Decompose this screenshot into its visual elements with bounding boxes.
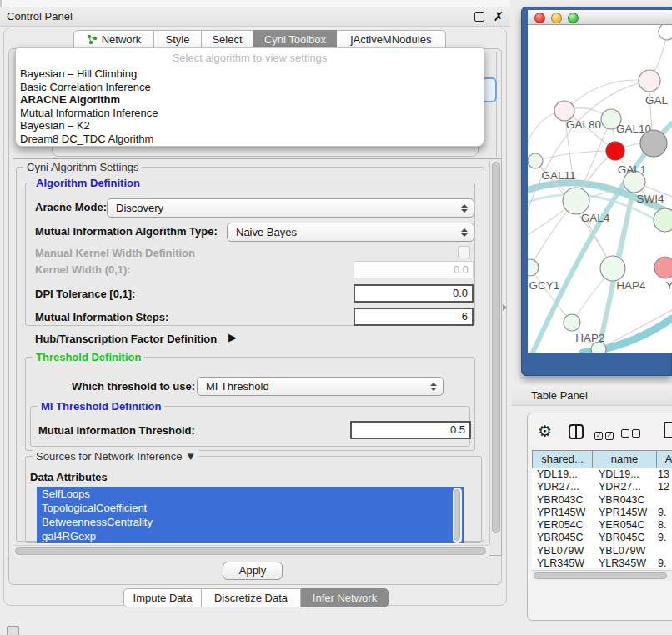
hidden-border-fragment <box>496 52 497 157</box>
columns-icon[interactable] <box>569 424 584 439</box>
tab-select[interactable]: Select <box>202 30 253 49</box>
tab-discretize-data[interactable]: Discretize Data <box>202 588 301 608</box>
network-node[interactable] <box>528 153 543 168</box>
stepper-icon <box>461 204 469 212</box>
network-edge[interactable] <box>533 123 672 352</box>
horizontal-scrollbar[interactable] <box>13 545 489 556</box>
table-row[interactable]: YLR345WYLR345W9. <box>532 558 672 568</box>
table-horizontal-scrollbar[interactable] <box>532 570 672 581</box>
tab-label: jActiveMNodules <box>351 33 432 46</box>
tab-label: Discretize Data <box>214 592 288 604</box>
table-row[interactable]: YPR145WYPR145W9. <box>532 507 672 519</box>
network-node[interactable] <box>606 142 624 160</box>
combo-value: MI Threshold <box>206 380 269 392</box>
network-edge[interactable] <box>535 151 615 161</box>
group-title: Threshold Definition <box>33 351 144 363</box>
table-row[interactable]: YBR045CYBR045C9. <box>532 532 672 544</box>
tab-cyni-toolbox[interactable]: Cyni Toolbox <box>253 30 337 49</box>
dropdown-item[interactable]: Bayesian – Hill Climbing <box>16 68 484 81</box>
hub-section-label: Hub/Transcription Factor Definition <box>35 332 217 345</box>
network-node[interactable] <box>591 342 606 352</box>
data-attributes-list[interactable]: SelfLoops TopologicalCoefficient Between… <box>37 487 464 544</box>
docked-panel-icon[interactable] <box>7 626 19 635</box>
column-header[interactable]: name <box>592 450 656 468</box>
close-panel-icon[interactable]: ✗ <box>491 7 506 27</box>
aracne-mode-combo[interactable]: Discovery <box>107 198 474 218</box>
network-window-titlebar[interactable] <box>528 10 672 25</box>
close-window-icon[interactable] <box>534 12 545 23</box>
network-node[interactable] <box>654 208 672 232</box>
horizontal-scrollbar-thumb[interactable] <box>15 548 486 555</box>
tab-impute-data[interactable]: Impute Data <box>123 588 202 608</box>
vertical-scrollbar[interactable] <box>489 159 501 545</box>
minimize-window-icon[interactable] <box>551 12 562 23</box>
network-node[interactable] <box>564 314 580 331</box>
kernel-width-label: Kernel Width (0,1): <box>35 263 131 276</box>
dropdown-item[interactable]: Basic Correlation Inference <box>16 81 484 94</box>
column-header[interactable]: shared... <box>532 450 592 468</box>
tab-style[interactable]: Style <box>154 30 202 49</box>
dropdown-item[interactable]: Dream8 DC_TDC Algorithm <box>16 132 484 146</box>
deselect-all-columns-icon[interactable] <box>621 428 640 440</box>
select-all-columns-icon[interactable]: ✓✓ <box>594 428 614 440</box>
mi-threshold-field[interactable]: 0.5 <box>350 421 471 439</box>
node-label: GAL1 <box>618 163 647 176</box>
combo-value: Naive Bayes <box>236 226 297 238</box>
expand-arrow-icon[interactable]: ▶ <box>228 331 237 343</box>
network-node[interactable] <box>528 259 539 276</box>
network-canvas[interactable]: GALGAL80GAL10GAL1GAL11SWI4GAL4GCY1HAP4YH… <box>528 25 672 352</box>
network-edge[interactable] <box>564 80 649 111</box>
table-row[interactable]: YDL19...YDL19...13 <box>532 468 672 481</box>
table-row[interactable]: YDR27...YDR27...12 <box>532 481 672 493</box>
gear-icon[interactable]: ⚙ <box>538 422 552 441</box>
field-value: 0.0 <box>454 263 469 276</box>
apply-button[interactable]: Apply <box>223 562 283 580</box>
table-row[interactable]: YBR043CYBR043C <box>532 494 672 507</box>
mi-steps-label: Mutual Information Steps: <box>35 311 168 323</box>
network-node[interactable] <box>639 70 660 92</box>
network-node[interactable] <box>659 25 672 40</box>
field-value: 0.5 <box>450 423 465 436</box>
collapse-arrow-icon[interactable]: ▼ <box>185 450 196 462</box>
tab-network[interactable]: Network <box>73 30 154 49</box>
algorithm-dropdown: Select algorithm to view settings Bayesi… <box>15 48 484 147</box>
network-node[interactable] <box>563 188 589 214</box>
node-label: SWI4 <box>636 192 664 205</box>
network-node[interactable] <box>640 130 667 157</box>
aracne-mode-label: Aracne Mode: <box>35 201 107 213</box>
dpi-tolerance-field[interactable]: 0.0 <box>354 284 474 302</box>
tab-jactivemnodules[interactable]: jActiveMNodules <box>337 30 446 49</box>
file-icon[interactable] <box>664 422 672 438</box>
table-row[interactable]: YBL079WYBL079W <box>532 545 672 558</box>
list-scrollbar[interactable] <box>453 488 462 543</box>
network-node[interactable] <box>654 257 672 278</box>
which-threshold-combo[interactable]: MI Threshold <box>197 377 444 396</box>
vertical-scrollbar-thumb[interactable] <box>492 162 500 533</box>
column-header[interactable]: A <box>656 450 672 468</box>
kernel-width-field[interactable]: 0.0 <box>354 261 474 278</box>
which-threshold-label: Which threshold to use: <box>72 380 195 392</box>
list-item[interactable]: BetweennessCentrality <box>37 515 464 529</box>
mi-threshold-label: Mutual Information Threshold: <box>38 424 195 437</box>
list-item[interactable]: SelfLoops <box>37 487 464 501</box>
group-title: MI Threshold Definition <box>38 400 164 412</box>
list-scrollbar-thumb[interactable] <box>454 489 460 541</box>
table-row[interactable]: YER054CYER054C8. <box>532 519 672 532</box>
table-header: shared... name A <box>532 450 672 468</box>
mi-steps-field[interactable]: 6 <box>354 308 474 326</box>
dropdown-item-selected[interactable]: ARACNE Algorithm <box>16 93 484 107</box>
table-scrollbar-thumb[interactable] <box>534 572 667 579</box>
tab-infer-network[interactable]: Infer Network <box>301 588 389 608</box>
control-panel-titlebar: Control Panel <box>0 7 510 27</box>
zoom-window-icon[interactable] <box>568 12 579 23</box>
dropdown-item[interactable]: Mutual Information Inference <box>16 107 484 120</box>
mi-type-combo[interactable]: Naive Bayes <box>227 222 474 242</box>
manual-kernel-checkbox[interactable] <box>458 246 470 258</box>
panel-divider-grip[interactable] <box>503 304 507 311</box>
group-title: Sources for Network Inference ▼ <box>33 450 199 462</box>
dropdown-item[interactable]: Bayesian – K2 <box>16 119 484 132</box>
network-node[interactable] <box>600 256 625 281</box>
float-panel-icon[interactable] <box>474 12 484 22</box>
list-item[interactable]: gal4RGexp <box>37 529 464 543</box>
list-item[interactable]: TopologicalCoefficient <box>37 501 464 515</box>
